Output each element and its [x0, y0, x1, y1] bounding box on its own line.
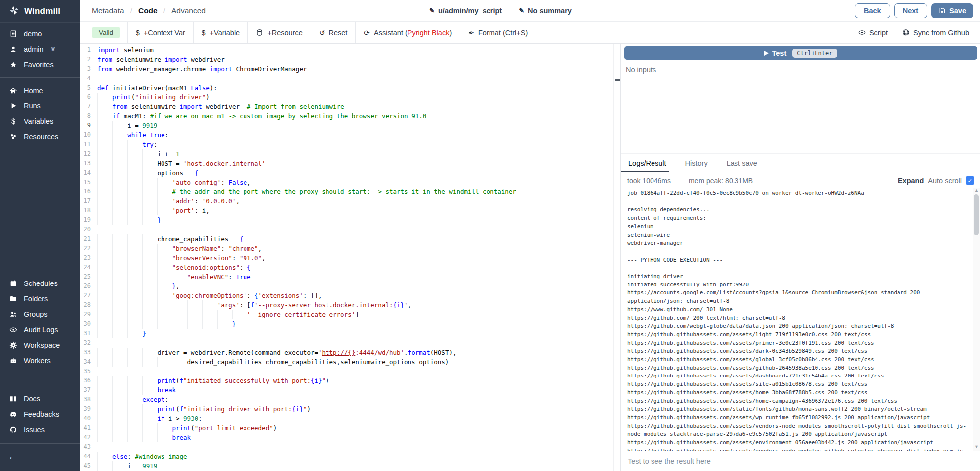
code-line[interactable]: 25"enableVNC": True: [80, 272, 613, 282]
scroll-up-icon[interactable]: ▲: [973, 188, 980, 193]
code-line[interactable]: 1import selenium: [80, 45, 613, 55]
code-line[interactable]: 34desired_capabilities=chrome_capabiliti…: [80, 357, 613, 367]
add-resource-button[interactable]: +Resource: [247, 22, 311, 43]
github-icon: [902, 29, 910, 36]
code-line[interactable]: 28'args': [f'--proxy-server=host.docker.…: [80, 300, 613, 310]
code-line[interactable]: 44else: #windows image: [80, 452, 613, 461]
code-line[interactable]: 2from seleniumwire import webdriver: [80, 55, 613, 64]
sidebar-item-favorites[interactable]: Favorites: [0, 57, 80, 72]
code-line[interactable]: 20: [80, 225, 613, 234]
code-line[interactable]: 5def initiateDriver(macM1=False):: [80, 83, 613, 93]
code-line[interactable]: 12i += 1: [80, 149, 613, 159]
code-line[interactable]: 9i = 9919: [80, 121, 613, 130]
code-line[interactable]: 6print("initiating driver"): [80, 93, 613, 102]
sidebar-item-home[interactable]: Home: [0, 83, 80, 98]
code-line[interactable]: 13HOST = 'host.docker.internal': [80, 159, 613, 168]
scroll-down-icon[interactable]: ▼: [973, 444, 980, 450]
code-line[interactable]: 45i = 9919: [80, 461, 613, 471]
code-line[interactable]: 43: [80, 442, 613, 452]
code-line[interactable]: 40if i > 9930:: [80, 414, 613, 423]
code-line[interactable]: 7from seleniumwire import webdriver # Im…: [80, 102, 613, 111]
add-context-var-button[interactable]: $ +Context Var: [127, 22, 193, 43]
sidebar-item-audit-logs[interactable]: Audit Logs: [0, 322, 80, 337]
code-line[interactable]: 30}: [80, 319, 613, 329]
scrollbar-thumb[interactable]: [974, 194, 979, 235]
code-editor[interactable]: 1import selenium2from seleniumwire impor…: [80, 44, 621, 471]
code-line[interactable]: 27'goog:chromeOptions': {'extensions': […: [80, 291, 613, 300]
test-button[interactable]: Test Ctrl+Enter: [624, 46, 977, 60]
code-line[interactable]: 18'port': i,: [80, 206, 613, 215]
format-button[interactable]: ✒ Format (Ctrl+S): [460, 22, 536, 43]
code-line[interactable]: 15'auto_config': False,: [80, 178, 613, 187]
code-line[interactable]: 11try:: [80, 140, 613, 149]
sidebar-item-issues[interactable]: Issues: [0, 422, 80, 437]
sidebar-item-label: Groups: [24, 310, 48, 318]
brand[interactable]: Windmill: [0, 0, 80, 23]
sidebar-item-label: Schedules: [24, 280, 58, 287]
back-button[interactable]: Back: [855, 3, 890, 18]
sidebar-item-feedbacks[interactable]: Feedbacks: [0, 406, 80, 422]
overview-ruler[interactable]: [613, 44, 620, 471]
sidebar-item-schedules[interactable]: Schedules: [0, 276, 80, 291]
code-line[interactable]: 17'addr': '0.0.0.0',: [80, 196, 613, 206]
code-line[interactable]: 23"browserVersion": "91.0",: [80, 253, 613, 263]
tab-metadata[interactable]: Metadata: [92, 6, 124, 15]
sidebar-item-docs[interactable]: Docs: [0, 391, 80, 406]
code-line[interactable]: 4: [80, 74, 613, 83]
code-line[interactable]: 39print(f"initiating driver with port:{i…: [80, 404, 613, 414]
sidebar-item-label: Workers: [24, 357, 51, 365]
code-line[interactable]: 38except:: [80, 395, 613, 404]
autoscroll-checkbox[interactable]: ✓: [966, 176, 974, 185]
code-line[interactable]: 33driver = webdriver.Remote(command_exec…: [80, 348, 613, 357]
save-button[interactable]: Save: [931, 3, 973, 18]
toolbar-right: Script Sync from Github: [858, 22, 980, 43]
sidebar-item-variables[interactable]: Variables: [0, 113, 80, 129]
code-line[interactable]: 24"selenoid:options": {: [80, 263, 613, 272]
assistant-button[interactable]: ⟳ Assistant (Pyright Black): [355, 22, 460, 43]
reset-button[interactable]: ↺ Reset: [311, 22, 356, 43]
result-bar: Test to see the result here: [621, 451, 980, 471]
code-line[interactable]: 19}: [80, 215, 613, 225]
sidebar-item-resources[interactable]: Resources: [0, 129, 80, 144]
code-line[interactable]: 21chrome_capabilities = {: [80, 234, 613, 244]
sidebar-item-folders[interactable]: Folders: [0, 291, 80, 306]
code-line[interactable]: 29'--ignore-certificate-errors']: [80, 310, 613, 319]
script-summary[interactable]: ✎ No summary: [519, 7, 572, 15]
folder-icon: [9, 294, 18, 303]
tab-history[interactable]: History: [684, 155, 715, 172]
sidebar-item-user[interactable]: admin ♛: [0, 41, 80, 57]
code-line[interactable]: 31}: [80, 329, 613, 338]
tab-advanced[interactable]: Advanced: [171, 6, 206, 15]
logs-body[interactable]: job 01864aff-22dd-cf40-f0c5-0ec8e9b50c70…: [621, 188, 980, 451]
add-variable-button[interactable]: $ +Variable: [193, 22, 247, 43]
code-line[interactable]: 3from webdriver_manager.chrome import Ch…: [80, 64, 613, 74]
script-preview-button[interactable]: Script: [858, 29, 888, 37]
code-line[interactable]: 26},: [80, 282, 613, 291]
sidebar-item-label: Resources: [24, 133, 58, 141]
sidebar-item-workspace[interactable]: demo: [0, 26, 80, 41]
code-line[interactable]: 32: [80, 338, 613, 348]
code-line[interactable]: 35: [80, 367, 613, 376]
code-line[interactable]: 14options = {: [80, 168, 613, 178]
sync-github-button[interactable]: Sync from Github: [902, 29, 969, 37]
code-line[interactable]: 36print(f"initiated successfully with po…: [80, 376, 613, 385]
collapse-arrow-icon[interactable]: ←: [8, 451, 18, 462]
code-line[interactable]: 16# the addr and the port where the prox…: [80, 187, 613, 196]
sidebar-item-workspace-settings[interactable]: Workspace: [0, 337, 80, 353]
code-line[interactable]: 42break: [80, 433, 613, 442]
logs-scrollbar[interactable]: ▲ ▼: [973, 188, 980, 451]
tab-logs-result[interactable]: Logs/Result: [627, 155, 673, 172]
code-line[interactable]: 8if macM1: #if we are on mac m1 -> custo…: [80, 111, 613, 121]
expand-button[interactable]: Expand: [898, 177, 924, 185]
tab-code[interactable]: Code: [138, 6, 158, 15]
script-path[interactable]: ✎ u/admin/my_script: [429, 7, 502, 15]
sidebar-item-runs[interactable]: Runs: [0, 98, 80, 113]
tab-last-save[interactable]: Last save: [726, 155, 764, 172]
code-line[interactable]: 37break: [80, 385, 613, 395]
sidebar-item-workers[interactable]: Workers: [0, 353, 80, 368]
code-line[interactable]: 22"browserName": "chrome",: [80, 244, 613, 253]
code-line[interactable]: 10while True:: [80, 130, 613, 140]
code-line[interactable]: 41print("port limit exceeded"): [80, 423, 613, 433]
sidebar-item-groups[interactable]: Groups: [0, 306, 80, 322]
next-button[interactable]: Next: [894, 3, 927, 18]
